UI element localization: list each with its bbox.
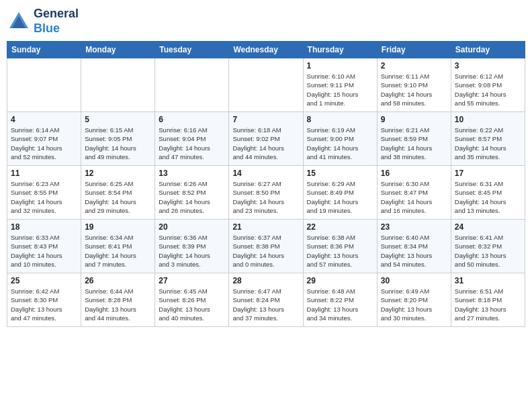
calendar-cell: 25Sunrise: 6:42 AM Sunset: 8:30 PM Dayli… <box>7 273 81 327</box>
calendar-cell: 20Sunrise: 6:36 AM Sunset: 8:39 PM Dayli… <box>155 220 229 273</box>
calendar-cell: 13Sunrise: 6:26 AM Sunset: 8:52 PM Dayli… <box>155 166 229 220</box>
calendar-cell: 26Sunrise: 6:44 AM Sunset: 8:28 PM Dayli… <box>81 273 155 327</box>
calendar-cell: 11Sunrise: 6:23 AM Sunset: 8:55 PM Dayli… <box>7 166 81 220</box>
calendar-cell: 21Sunrise: 6:37 AM Sunset: 8:38 PM Dayli… <box>229 220 303 273</box>
day-info: Sunrise: 6:29 AM Sunset: 8:49 PM Dayligh… <box>307 179 373 215</box>
calendar-cell <box>155 58 229 112</box>
day-number: 22 <box>307 222 373 232</box>
calendar-cell <box>7 58 81 112</box>
logo: General Blue <box>7 7 79 36</box>
calendar-week-row: 25Sunrise: 6:42 AM Sunset: 8:30 PM Dayli… <box>7 273 525 327</box>
day-number: 25 <box>11 276 77 285</box>
day-number: 3 <box>455 61 521 71</box>
calendar-cell: 9Sunrise: 6:21 AM Sunset: 8:59 PM Daylig… <box>377 112 451 166</box>
calendar-cell: 4Sunrise: 6:14 AM Sunset: 9:07 PM Daylig… <box>7 112 81 166</box>
day-info: Sunrise: 6:27 AM Sunset: 8:50 PM Dayligh… <box>232 179 299 215</box>
day-number: 4 <box>11 115 77 124</box>
calendar-cell: 19Sunrise: 6:34 AM Sunset: 8:41 PM Dayli… <box>81 220 155 273</box>
day-info: Sunrise: 6:36 AM Sunset: 8:39 PM Dayligh… <box>159 233 225 269</box>
day-of-week-header: Monday <box>81 42 155 58</box>
day-number: 1 <box>307 61 373 71</box>
day-of-week-header: Friday <box>377 42 451 58</box>
day-number: 14 <box>232 169 299 178</box>
day-number: 18 <box>11 222 77 232</box>
calendar-cell: 16Sunrise: 6:30 AM Sunset: 8:47 PM Dayli… <box>377 166 451 220</box>
calendar-cell: 30Sunrise: 6:49 AM Sunset: 8:20 PM Dayli… <box>377 273 451 327</box>
day-info: Sunrise: 6:40 AM Sunset: 8:34 PM Dayligh… <box>381 233 447 269</box>
day-number: 7 <box>232 115 299 124</box>
day-info: Sunrise: 6:22 AM Sunset: 8:57 PM Dayligh… <box>455 126 521 161</box>
calendar-cell: 18Sunrise: 6:33 AM Sunset: 8:43 PM Dayli… <box>7 220 81 273</box>
day-number: 31 <box>455 276 521 285</box>
day-info: Sunrise: 6:26 AM Sunset: 8:52 PM Dayligh… <box>159 179 225 215</box>
calendar-cell: 5Sunrise: 6:15 AM Sunset: 9:05 PM Daylig… <box>81 112 155 166</box>
day-number: 20 <box>159 222 225 232</box>
day-of-week-header: Saturday <box>451 42 525 58</box>
calendar-cell: 8Sunrise: 6:19 AM Sunset: 9:00 PM Daylig… <box>303 112 377 166</box>
day-info: Sunrise: 6:37 AM Sunset: 8:38 PM Dayligh… <box>232 233 299 269</box>
day-info: Sunrise: 6:38 AM Sunset: 8:36 PM Dayligh… <box>307 233 373 269</box>
day-info: Sunrise: 6:16 AM Sunset: 9:04 PM Dayligh… <box>159 126 225 161</box>
logo-icon <box>7 9 31 34</box>
day-info: Sunrise: 6:42 AM Sunset: 8:30 PM Dayligh… <box>11 287 77 322</box>
calendar-week-row: 4Sunrise: 6:14 AM Sunset: 9:07 PM Daylig… <box>7 112 525 166</box>
day-number: 17 <box>455 169 521 178</box>
day-info: Sunrise: 6:23 AM Sunset: 8:55 PM Dayligh… <box>11 179 77 215</box>
day-number: 27 <box>159 276 225 285</box>
day-of-week-header: Sunday <box>7 42 81 58</box>
calendar-cell: 7Sunrise: 6:18 AM Sunset: 9:02 PM Daylig… <box>229 112 303 166</box>
day-number: 12 <box>85 169 151 178</box>
day-of-week-header: Tuesday <box>155 42 229 58</box>
day-number: 11 <box>11 169 77 178</box>
calendar-cell: 28Sunrise: 6:47 AM Sunset: 8:24 PM Dayli… <box>229 273 303 327</box>
day-number: 28 <box>232 276 299 285</box>
calendar-cell: 2Sunrise: 6:11 AM Sunset: 9:10 PM Daylig… <box>377 58 451 112</box>
day-number: 23 <box>381 222 447 232</box>
calendar-cell: 17Sunrise: 6:31 AM Sunset: 8:45 PM Dayli… <box>451 166 525 220</box>
calendar-week-row: 11Sunrise: 6:23 AM Sunset: 8:55 PM Dayli… <box>7 166 525 220</box>
day-number: 13 <box>159 169 225 178</box>
calendar-cell: 24Sunrise: 6:41 AM Sunset: 8:32 PM Dayli… <box>451 220 525 273</box>
day-number: 19 <box>85 222 151 232</box>
calendar-week-row: 18Sunrise: 6:33 AM Sunset: 8:43 PM Dayli… <box>7 220 525 273</box>
calendar-cell: 29Sunrise: 6:48 AM Sunset: 8:22 PM Dayli… <box>303 273 377 327</box>
day-number: 21 <box>232 222 299 232</box>
day-info: Sunrise: 6:15 AM Sunset: 9:05 PM Dayligh… <box>85 126 151 161</box>
day-info: Sunrise: 6:41 AM Sunset: 8:32 PM Dayligh… <box>455 233 521 269</box>
day-info: Sunrise: 6:25 AM Sunset: 8:54 PM Dayligh… <box>85 179 151 215</box>
days-of-week-row: SundayMondayTuesdayWednesdayThursdayFrid… <box>7 42 525 58</box>
day-info: Sunrise: 6:31 AM Sunset: 8:45 PM Dayligh… <box>455 179 521 215</box>
calendar-cell: 1Sunrise: 6:10 AM Sunset: 9:11 PM Daylig… <box>303 58 377 112</box>
day-info: Sunrise: 6:10 AM Sunset: 9:11 PM Dayligh… <box>307 72 373 107</box>
day-number: 16 <box>381 169 447 178</box>
calendar-week-row: 1Sunrise: 6:10 AM Sunset: 9:11 PM Daylig… <box>7 58 525 112</box>
calendar-body: 1Sunrise: 6:10 AM Sunset: 9:11 PM Daylig… <box>7 58 525 327</box>
day-info: Sunrise: 6:47 AM Sunset: 8:24 PM Dayligh… <box>232 287 299 322</box>
day-info: Sunrise: 6:51 AM Sunset: 8:18 PM Dayligh… <box>455 287 521 322</box>
day-number: 6 <box>159 115 225 124</box>
day-number: 10 <box>455 115 521 124</box>
calendar-cell: 27Sunrise: 6:45 AM Sunset: 8:26 PM Dayli… <box>155 273 229 327</box>
day-number: 26 <box>85 276 151 285</box>
day-number: 9 <box>381 115 447 124</box>
day-number: 30 <box>381 276 447 285</box>
logo-text: General Blue <box>34 7 79 36</box>
calendar-cell: 6Sunrise: 6:16 AM Sunset: 9:04 PM Daylig… <box>155 112 229 166</box>
day-number: 2 <box>381 61 447 71</box>
calendar-cell: 23Sunrise: 6:40 AM Sunset: 8:34 PM Dayli… <box>377 220 451 273</box>
day-info: Sunrise: 6:33 AM Sunset: 8:43 PM Dayligh… <box>11 233 77 269</box>
day-info: Sunrise: 6:30 AM Sunset: 8:47 PM Dayligh… <box>381 179 447 215</box>
calendar-cell: 31Sunrise: 6:51 AM Sunset: 8:18 PM Dayli… <box>451 273 525 327</box>
day-info: Sunrise: 6:11 AM Sunset: 9:10 PM Dayligh… <box>381 72 447 107</box>
day-number: 15 <box>307 169 373 178</box>
day-info: Sunrise: 6:21 AM Sunset: 8:59 PM Dayligh… <box>381 126 447 161</box>
calendar-cell: 10Sunrise: 6:22 AM Sunset: 8:57 PM Dayli… <box>451 112 525 166</box>
day-of-week-header: Wednesday <box>229 42 303 58</box>
day-info: Sunrise: 6:19 AM Sunset: 9:00 PM Dayligh… <box>307 126 373 161</box>
day-info: Sunrise: 6:45 AM Sunset: 8:26 PM Dayligh… <box>159 287 225 322</box>
day-info: Sunrise: 6:14 AM Sunset: 9:07 PM Dayligh… <box>11 126 77 161</box>
calendar-cell: 3Sunrise: 6:12 AM Sunset: 9:08 PM Daylig… <box>451 58 525 112</box>
day-info: Sunrise: 6:18 AM Sunset: 9:02 PM Dayligh… <box>232 126 299 161</box>
day-number: 24 <box>455 222 521 232</box>
calendar-cell: 22Sunrise: 6:38 AM Sunset: 8:36 PM Dayli… <box>303 220 377 273</box>
